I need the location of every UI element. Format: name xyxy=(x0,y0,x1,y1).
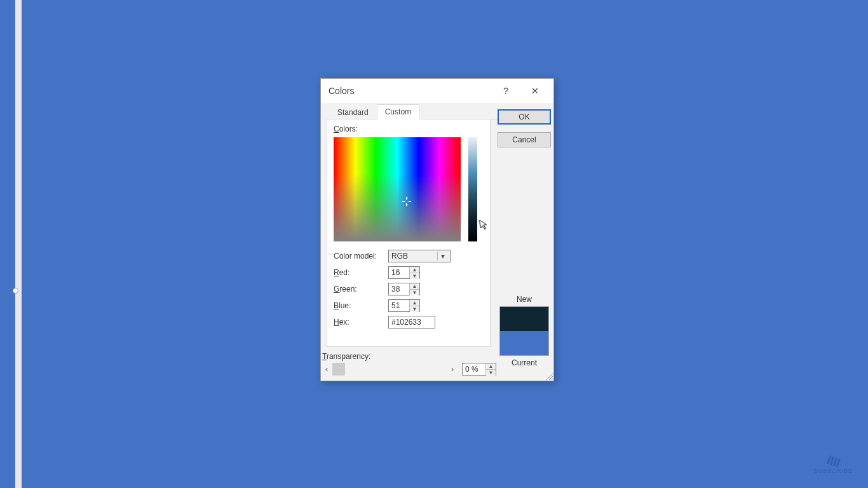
transparency-group: Transparency: ‹ › 0 % ▲▼ xyxy=(321,352,496,376)
transparency-increase-button[interactable]: › xyxy=(447,363,458,376)
green-label: Green: xyxy=(334,285,388,294)
current-color-swatch xyxy=(500,331,548,355)
color-model-label: Color model: xyxy=(334,252,388,261)
transparency-spinner[interactable]: ▲▼ xyxy=(485,363,496,375)
transparency-thumb[interactable] xyxy=(332,363,345,376)
svg-line-2 xyxy=(552,379,553,380)
colors-label: Colors: xyxy=(334,125,484,133)
cancel-button[interactable]: Cancel xyxy=(498,132,551,147)
color-fields: Color model: RGB ▾ Red: 16 ▲▼ Green: xyxy=(334,248,484,330)
custom-panel: Colors: Color model: RGB ▾ xyxy=(327,119,491,347)
new-color-swatch xyxy=(500,307,548,331)
color-model-select[interactable]: RGB ▾ xyxy=(388,250,451,262)
transparency-track[interactable] xyxy=(332,363,447,376)
transparency-label: Transparency: xyxy=(321,352,496,362)
resize-grip-icon[interactable] xyxy=(545,372,553,380)
vertical-ruler xyxy=(15,0,22,488)
blue-label: Blue: xyxy=(334,301,388,310)
color-preview: New Current xyxy=(498,295,551,367)
green-spinner[interactable]: ▲▼ xyxy=(409,283,419,295)
tab-custom[interactable]: Custom xyxy=(377,104,419,119)
color-gradient-field[interactable] xyxy=(334,137,461,241)
help-button[interactable]: ? xyxy=(491,81,520,100)
gradient-crosshair-icon xyxy=(402,197,411,206)
blue-input[interactable]: 51 ▲▼ xyxy=(388,299,420,312)
transparency-decrease-button[interactable]: ‹ xyxy=(321,363,332,376)
watermark: SUBSCRIBE xyxy=(814,457,853,474)
tab-standard[interactable]: Standard xyxy=(329,105,377,119)
dialog-body: Standard Custom OK Cancel Colors: Color … xyxy=(321,103,553,381)
luminance-slider[interactable] xyxy=(468,137,477,241)
ruler-handle[interactable] xyxy=(13,288,18,294)
chevron-down-icon: ▾ xyxy=(437,252,447,261)
red-spinner[interactable]: ▲▼ xyxy=(409,267,419,278)
mouse-cursor-icon xyxy=(478,218,490,233)
ok-button[interactable]: OK xyxy=(498,109,551,125)
transparency-input[interactable]: 0 % ▲▼ xyxy=(462,363,496,376)
dialog-title: Colors xyxy=(329,86,491,96)
green-input[interactable]: 38 ▲▼ xyxy=(388,283,420,295)
red-label: Red: xyxy=(334,268,388,277)
hex-label: Hex: xyxy=(334,318,388,327)
blue-spinner[interactable]: ▲▼ xyxy=(409,300,419,311)
red-input[interactable]: 16 ▲▼ xyxy=(388,266,420,279)
dialog-titlebar[interactable]: Colors ? ✕ xyxy=(321,79,553,103)
new-label: New xyxy=(498,295,551,304)
hex-input[interactable]: #102633 xyxy=(388,316,435,329)
colors-dialog: Colors ? ✕ Standard Custom OK Cancel Col… xyxy=(320,78,554,381)
close-button[interactable]: ✕ xyxy=(520,81,550,100)
current-label: Current xyxy=(498,358,551,367)
